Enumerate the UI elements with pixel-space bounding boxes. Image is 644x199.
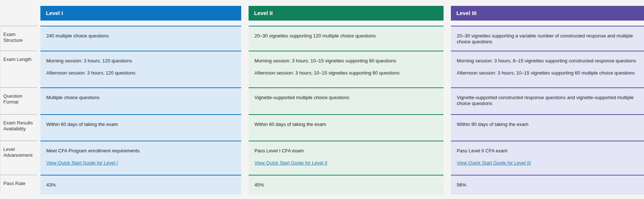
cell-text: 240 multiple choice questions bbox=[46, 33, 235, 39]
cell-level-advancement: Pass Level I CFA exam View Quick Start G… bbox=[249, 141, 444, 175]
row-label-text: Question Format bbox=[3, 93, 22, 105]
column-cells: 20–30 vignettes supporting a variable nu… bbox=[451, 26, 644, 195]
row-label-exam-length: Exam Length bbox=[0, 51, 37, 87]
cell-question-format: Multiple choice questions bbox=[40, 87, 241, 114]
column-title: Level II bbox=[254, 10, 273, 16]
cell-text-morning: Morning session: 3 hours; 120 questions bbox=[46, 58, 235, 64]
row-label-text: Exam Structure bbox=[3, 32, 23, 43]
row-label-level-advancement: Level Advancement bbox=[0, 141, 37, 175]
cell-text: 56% bbox=[457, 182, 644, 188]
cell-exam-structure: 240 multiple choice questions bbox=[40, 26, 241, 51]
cell-exam-results-availability: Within 90 days of taking the exam bbox=[451, 114, 644, 141]
column-title: Level III bbox=[456, 10, 477, 16]
cell-question-format: Vignette-supported multiple choice quest… bbox=[249, 87, 444, 114]
row-label-text: Pass Rate bbox=[3, 181, 25, 186]
cell-text-afternoon: Afternoon session: 3 hours; 120 question… bbox=[46, 70, 235, 76]
cell-text: 20–30 vignettes supporting a variable nu… bbox=[457, 33, 644, 45]
cell-text: 45% bbox=[254, 182, 438, 188]
cell-text: Vignette-supported constructed response … bbox=[457, 95, 644, 106]
row-label-exam-structure: Exam Structure bbox=[0, 26, 37, 51]
cell-level-advancement: Meet CFA Program enrollment requirements… bbox=[40, 141, 241, 175]
cell-text-afternoon: Afternoon session: 3 hours; 10–15 vignet… bbox=[457, 70, 644, 76]
cell-exam-results-availability: Within 60 days of taking the exam bbox=[249, 114, 444, 141]
cell-exam-results-availability: Within 60 days of taking the exam bbox=[40, 114, 241, 141]
cell-text: Within 90 days of taking the exam bbox=[457, 122, 644, 127]
row-labels-column: Exam Structure Exam Length Question Form… bbox=[0, 26, 37, 195]
row-label-text: Exam Results Availability bbox=[3, 120, 33, 131]
column-cells: 240 multiple choice questions Morning se… bbox=[40, 26, 241, 195]
cell-exam-length: Morning session: 3 hours; 10–15 vignette… bbox=[249, 51, 444, 87]
cell-exam-structure: 20–30 vignettes supporting 120 multiple … bbox=[249, 26, 444, 51]
cell-text: Multiple choice questions bbox=[46, 95, 235, 101]
cell-text: 43% bbox=[46, 182, 235, 188]
quick-start-guide-link-level-iii[interactable]: View Quick Start Guide for Level III bbox=[457, 160, 531, 166]
cell-text-morning: Morning session: 3 hours; 8–15 vignettes… bbox=[457, 58, 644, 64]
cell-text-morning: Morning session: 3 hours; 10–15 vignette… bbox=[254, 58, 438, 64]
cell-pass-rate: 45% bbox=[249, 175, 444, 195]
column-header-level-ii: Level II bbox=[249, 6, 444, 21]
column-header-level-iii: Level III bbox=[451, 6, 644, 21]
cell-text: Pass Level II CFA exam bbox=[457, 148, 644, 154]
cell-exam-length: Morning session: 3 hours; 120 questions … bbox=[40, 51, 241, 87]
quick-start-guide-link-level-i[interactable]: View Quick Start Guide for Level I bbox=[46, 160, 118, 166]
cell-text: Within 60 days of taking the exam bbox=[254, 122, 438, 127]
row-label-question-format: Question Format bbox=[0, 87, 37, 114]
column-cells: 20–30 vignettes supporting 120 multiple … bbox=[249, 26, 444, 195]
cell-level-advancement: Pass Level II CFA exam View Quick Start … bbox=[451, 141, 644, 175]
cell-text: 20–30 vignettes supporting 120 multiple … bbox=[254, 33, 438, 39]
column-header-level-i: Level I bbox=[40, 6, 241, 21]
column-level-iii: Level III 20–30 vignettes supporting a v… bbox=[451, 6, 644, 195]
cell-exam-length: Morning session: 3 hours; 8–15 vignettes… bbox=[451, 51, 644, 87]
row-label-exam-results-availability: Exam Results Availability bbox=[0, 114, 37, 141]
column-title: Level I bbox=[46, 10, 63, 16]
cell-exam-structure: 20–30 vignettes supporting a variable nu… bbox=[451, 26, 644, 51]
row-label-pass-rate: Pass Rate bbox=[0, 175, 37, 195]
cell-text: Meet CFA Program enrollment requirements bbox=[46, 148, 235, 154]
cell-text: Pass Level I CFA exam bbox=[254, 148, 438, 154]
row-label-text: Exam Length bbox=[3, 57, 32, 62]
cell-text-afternoon: Afternoon session: 3 hours; 10–15 vignet… bbox=[254, 70, 438, 76]
column-level-i: Level I 240 multiple choice questions Mo… bbox=[40, 6, 241, 195]
cell-text: Within 60 days of taking the exam bbox=[46, 122, 235, 127]
cell-pass-rate: 43% bbox=[40, 175, 241, 195]
column-level-ii: Level II 20–30 vignettes supporting 120 … bbox=[249, 6, 444, 195]
row-label-text: Level Advancement bbox=[3, 146, 33, 158]
cell-pass-rate: 56% bbox=[451, 175, 644, 195]
cell-question-format: Vignette-supported constructed response … bbox=[451, 87, 644, 114]
quick-start-guide-link-level-ii[interactable]: View Quick Start Guide for Level II bbox=[254, 160, 327, 166]
cell-text: Vignette-supported multiple choice quest… bbox=[254, 95, 438, 101]
